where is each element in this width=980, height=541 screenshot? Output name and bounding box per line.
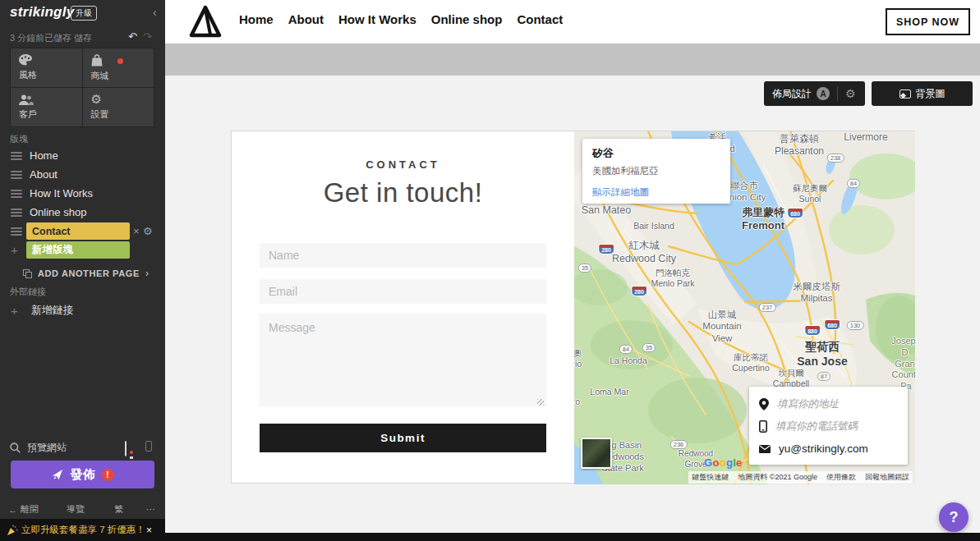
redo-icon: ↷ [143, 30, 152, 43]
editor-window: Home About How It Works Online shop Cont… [0, 0, 980, 541]
drag-handle-icon[interactable] [11, 171, 22, 179]
add-section-button[interactable]: 新增版塊 [26, 241, 130, 259]
route-badge: 130 [847, 321, 864, 330]
people-icon [19, 94, 34, 105]
site-logo-icon[interactable] [188, 4, 223, 40]
map-place-region: 美國加利福尼亞 [592, 165, 720, 177]
add-section-label: 新增版塊 [32, 243, 73, 257]
drag-handle-icon[interactable] [11, 227, 22, 236]
settings-button[interactable]: ⚙ 設置 [83, 88, 154, 126]
satellite-view-thumbnail[interactable] [581, 438, 612, 469]
preview-label: 預覽網站 [27, 441, 67, 455]
google-logo[interactable]: Google [704, 456, 743, 469]
upgrade-badge[interactable]: 升級 [71, 6, 97, 21]
site-nav-about[interactable]: About [288, 12, 324, 26]
divider [837, 86, 838, 101]
site-nav-contact[interactable]: Contact [517, 12, 563, 26]
promo-text: 立即升級套餐盡享 7 折優惠！ [21, 524, 145, 536]
help-button[interactable]: ? [939, 502, 968, 532]
site-nav-online-shop[interactable]: Online shop [431, 12, 503, 26]
layout-variant-badge: A [817, 87, 830, 100]
upgrade-promo-bar[interactable]: 立即升級套餐盡享 7 折優惠！ × [0, 519, 165, 541]
style-button[interactable]: 風格 [11, 48, 82, 87]
editor-tools-grid: 風格 商城 客戶 ⚙ 設置 [10, 48, 154, 127]
keyboard-shortcuts-link[interactable]: 鍵盤快速鍵 [692, 472, 729, 483]
map-attribution: 鍵盤快速鍵 地圖資料 ©2021 Google 使用條款 回報地圖錯誤 [688, 471, 913, 484]
page-backdrop-band [165, 44, 980, 76]
map-place-title: 矽谷 [592, 146, 720, 161]
style-label: 風格 [19, 69, 37, 81]
site-canvas: CONTACT Get in touch! Submit [231, 131, 914, 484]
name-input[interactable] [260, 243, 546, 268]
email-input[interactable] [260, 279, 546, 304]
undo-icon[interactable]: ↶ [128, 30, 137, 43]
textarea-resize-handle[interactable] [537, 399, 544, 406]
site-nav-how-it-works[interactable]: How It Works [338, 12, 416, 26]
add-link-button[interactable]: + 新增鏈接 [11, 303, 74, 318]
contact-email[interactable]: yu@strikingly.com [779, 442, 868, 455]
background-image-button[interactable]: 背景圖 [872, 81, 973, 106]
collapse-sidebar-icon[interactable]: ‹ [153, 6, 157, 19]
mobile-preview-icon[interactable] [145, 441, 152, 452]
back-arrow-icon[interactable]: ← [8, 505, 17, 515]
route-badge: 84 [847, 179, 860, 188]
desktop-preview-icon[interactable] [125, 441, 127, 456]
sidebar-item-home[interactable]: Home [0, 146, 165, 165]
language-button[interactable]: 繁 [114, 503, 123, 516]
preview-site-button[interactable]: 預覽網站 [10, 441, 67, 455]
page-label: Online shop [30, 206, 86, 218]
pages-copy-icon [23, 269, 32, 278]
report-error-link[interactable]: 回報地圖錯誤 [865, 472, 909, 483]
terms-link[interactable]: 使用條款 [826, 472, 856, 483]
site-nav-home[interactable]: Home [239, 12, 274, 26]
tour-button[interactable]: 導覽 [67, 503, 85, 516]
sidebar-item-about[interactable]: About [0, 165, 165, 184]
leave-button[interactable]: 離開 [21, 503, 39, 516]
submit-button[interactable]: Submit [260, 424, 546, 452]
strikingly-logo[interactable]: strikingly [10, 4, 75, 21]
site-nav: Home About How It Works Online shop Cont… [239, 12, 563, 26]
message-textarea[interactable] [260, 314, 546, 406]
envelope-icon [759, 445, 771, 453]
add-section-row[interactable]: + 新增版塊 [0, 241, 165, 259]
drag-handle-icon[interactable] [11, 152, 22, 160]
shopping-bag-icon [91, 54, 104, 66]
more-options-icon[interactable]: ⋯ [146, 504, 156, 515]
page-label: About [30, 168, 58, 181]
contact-eyebrow[interactable]: CONTACT [232, 158, 574, 171]
sidebar-item-contact-active[interactable]: Contact × ⚙ [0, 222, 165, 241]
map-info-card: 矽谷 美國加利福尼亞 顯示詳細地圖 [582, 139, 730, 204]
delete-page-icon[interactable]: × [133, 225, 140, 237]
page-label: Home [30, 149, 58, 162]
phone-placeholder[interactable]: 填寫你的電話號碼 [775, 420, 858, 433]
publish-alert-badge: ! [102, 469, 114, 481]
google-map[interactable]: 希活 Hayward普萊森頓 PleasantonLivermore聯合市 Un… [574, 131, 915, 484]
active-page-highlight[interactable]: Contact [26, 222, 130, 240]
layout-design-button[interactable]: 佈局設計 A ⚙ [764, 81, 865, 106]
page-settings-gear-icon[interactable]: ⚙ [143, 225, 153, 237]
settings-label: 設置 [91, 108, 109, 121]
address-row[interactable]: 填寫你的地址 [749, 393, 908, 415]
shop-now-button[interactable]: SHOP NOW [886, 8, 970, 35]
audience-button[interactable]: 客戶 [11, 88, 82, 126]
page-label: Contact [32, 226, 71, 237]
sidebar-item-how-it-works[interactable]: How It Works [0, 184, 165, 203]
store-button[interactable]: 商城 [83, 48, 154, 87]
contact-heading[interactable]: Get in touch! [232, 177, 574, 209]
sidebar-item-online-shop[interactable]: Online shop [0, 203, 165, 222]
address-placeholder[interactable]: 填寫你的地址 [777, 397, 839, 411]
publish-label: 發佈 [71, 467, 95, 483]
layout-settings-gear-icon[interactable]: ⚙ [845, 87, 856, 100]
email-row[interactable]: yu@strikingly.com [749, 438, 908, 460]
plus-icon: + [11, 243, 18, 257]
promo-close-icon[interactable]: × [146, 525, 152, 536]
drag-handle-icon[interactable] [11, 209, 22, 217]
publish-button[interactable]: 發佈 ! [11, 461, 154, 488]
phone-row[interactable]: 填寫你的電話號碼 [749, 415, 908, 438]
drag-handle-icon[interactable] [11, 190, 22, 198]
view-larger-map-link[interactable]: 顯示詳細地圖 [592, 186, 720, 199]
add-another-page-button[interactable]: ADD ANOTHER PAGE › [23, 268, 149, 279]
route-badge: 238 [827, 154, 844, 163]
search-icon [10, 442, 21, 453]
interstate-shield-badge: 280 [598, 244, 614, 254]
